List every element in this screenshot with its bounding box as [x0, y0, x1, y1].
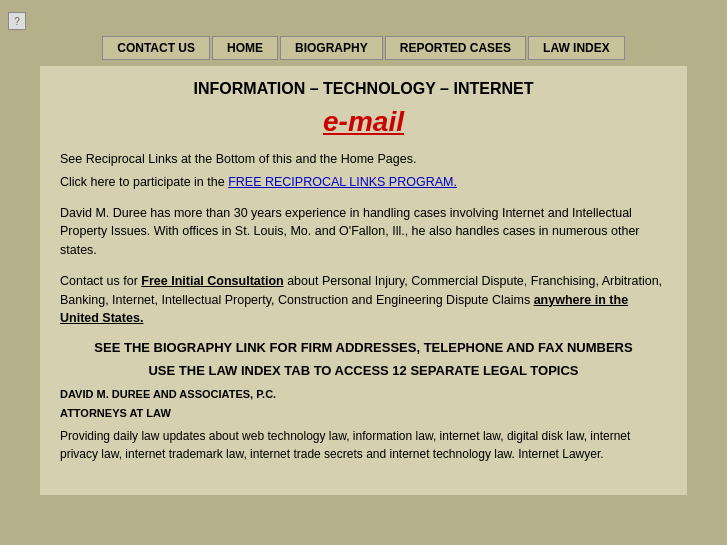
nav-biography[interactable]: BIOGRAPHY [280, 36, 383, 60]
firm-name-1: DAVID M. DUREE AND ASSOCIATES, P.C. [60, 386, 667, 403]
email-anchor[interactable]: e-mail [323, 106, 404, 137]
firm-name-2: ATTORNEYS AT LAW [60, 405, 667, 422]
bio-section: David M. Duree has more than 30 years ex… [60, 204, 667, 260]
nav-contact-us[interactable]: CONTACT US [102, 36, 210, 60]
nav-reported-cases[interactable]: REPORTED CASES [385, 36, 526, 60]
nav-home[interactable]: HOME [212, 36, 278, 60]
firm-section: DAVID M. DUREE AND ASSOCIATES, P.C. ATTO… [60, 386, 667, 463]
contact-text: Contact us for Free Initial Consultation… [60, 272, 667, 328]
see-bio-text: SEE THE BIOGRAPHY LINK FOR FIRM ADDRESSE… [60, 340, 667, 355]
providing-text: Providing daily law updates about web te… [60, 427, 667, 463]
reciprocal-line1: See Reciprocal Links at the Bottom of th… [60, 150, 667, 169]
favicon-icon: ? [8, 12, 26, 30]
reciprocal-line2: Click here to participate in the FREE RE… [60, 173, 667, 192]
reciprocal-link[interactable]: FREE RECIPROCAL LINKS PROGRAM. [228, 175, 457, 189]
reciprocal-section: See Reciprocal Links at the Bottom of th… [60, 150, 667, 192]
main-content: INFORMATION – TECHNOLOGY – INTERNET e-ma… [40, 66, 687, 495]
page-title: INFORMATION – TECHNOLOGY – INTERNET [60, 80, 667, 98]
main-nav: CONTACT US HOME BIOGRAPHY REPORTED CASES… [0, 30, 727, 66]
use-law-text: USE THE LAW INDEX TAB TO ACCESS 12 SEPAR… [60, 363, 667, 378]
email-link[interactable]: e-mail [60, 106, 667, 138]
nav-law-index[interactable]: LAW INDEX [528, 36, 625, 60]
free-consultation-label: Free Initial Consultation [141, 274, 283, 288]
bio-text: David M. Duree has more than 30 years ex… [60, 204, 667, 260]
contact-section: Contact us for Free Initial Consultation… [60, 272, 667, 328]
